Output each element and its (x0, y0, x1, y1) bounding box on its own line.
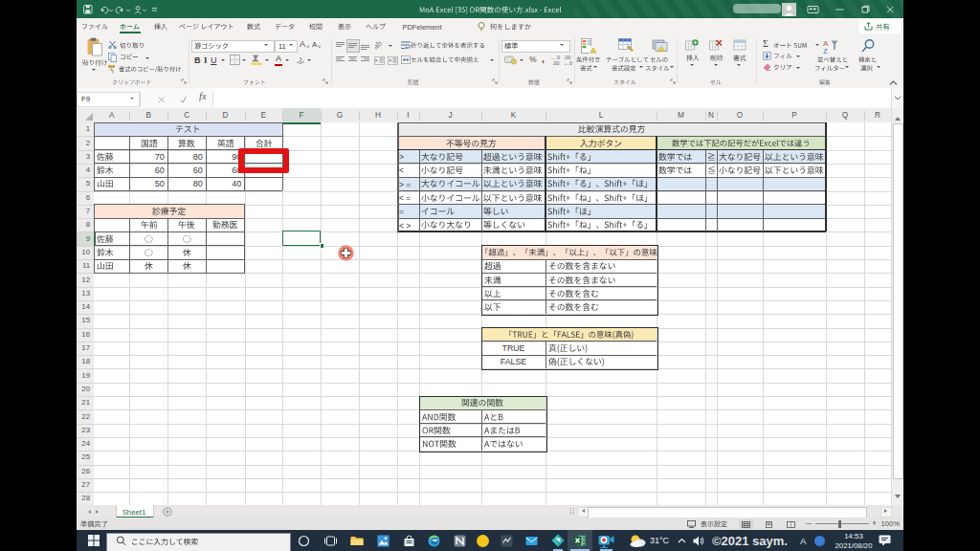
svg-text:.00: .00 (552, 60, 560, 66)
svg-text:→.0: →.0 (563, 60, 572, 66)
svg-text:Z: Z (823, 47, 828, 55)
svg-text:ab: ab (375, 40, 384, 50)
